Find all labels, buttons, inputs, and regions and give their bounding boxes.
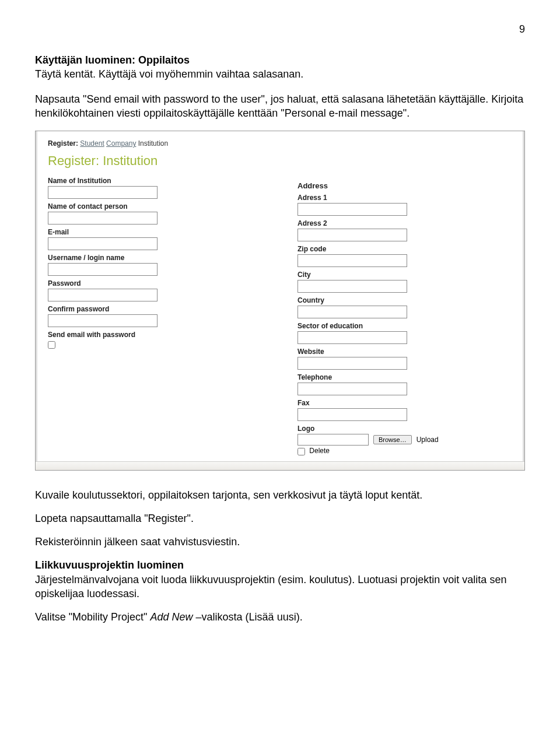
register-nav-student[interactable]: Student (80, 139, 104, 148)
label-address: Address (298, 181, 512, 190)
label-email: E-mail (48, 228, 262, 236)
after-para-5-ital: Add New (150, 611, 193, 623)
label-country: Country (298, 296, 512, 304)
register-nav: Register: Student Company Institution (48, 139, 512, 148)
label-logo: Logo (298, 425, 512, 433)
label-sector: Sector of education (298, 322, 512, 330)
form-left-column: Name of Institution Name of contact pers… (48, 177, 262, 458)
input-city[interactable] (298, 280, 407, 293)
upload-label[interactable]: Upload (416, 436, 439, 444)
input-contact-person[interactable] (48, 212, 158, 225)
label-address1: Adress 1 (298, 194, 512, 202)
after-para-5: Valitse "Mobility Project" Add New –vali… (35, 610, 525, 624)
register-heading: Register: Institution (48, 153, 512, 169)
label-city: City (298, 271, 512, 279)
input-name-institution[interactable] (48, 186, 158, 199)
after-para-1: Kuvaile koulutussektori, oppilaitoksen t… (35, 488, 525, 502)
after-para-3: Rekisteröinnin jälkeen saat vahvistusvie… (35, 535, 525, 549)
form-screenshot: Register: Student Company Institution Re… (35, 131, 525, 470)
label-delete: Delete (309, 447, 330, 455)
intro-line: Täytä kentät. Käyttäjä voi myöhemmin vai… (35, 68, 303, 80)
checkbox-send-email[interactable] (48, 341, 55, 349)
input-website[interactable] (298, 357, 407, 370)
label-username: Username / login name (48, 254, 262, 262)
label-contact-person: Name of contact person (48, 202, 262, 211)
label-password: Password (48, 279, 262, 287)
label-confirm-password: Confirm password (48, 305, 262, 313)
after-para-2: Lopeta napsauttamalla "Register". (35, 511, 525, 525)
browser-status-bar (36, 461, 524, 470)
after-para-4-title: Liikkuvuusprojektin luominen (35, 559, 184, 571)
label-name-institution: Name of Institution (48, 177, 262, 185)
input-confirm-password[interactable] (48, 314, 158, 327)
label-telephone: Telephone (298, 373, 512, 381)
input-telephone[interactable] (298, 383, 407, 395)
paragraph-2: Napsauta "Send email with password to th… (35, 92, 525, 121)
browse-button[interactable]: Browse… (373, 435, 412, 444)
input-username[interactable] (48, 263, 158, 276)
register-nav-label: Register: (48, 139, 78, 148)
register-nav-company[interactable]: Company (106, 139, 136, 148)
input-logo-file[interactable] (298, 434, 369, 446)
checkbox-delete-logo[interactable] (298, 448, 305, 455)
input-zip[interactable] (298, 254, 407, 267)
after-para-5a: Valitse "Mobility Project" (35, 611, 150, 623)
input-password[interactable] (48, 289, 158, 301)
input-fax[interactable] (298, 408, 407, 421)
register-nav-institution: Institution (138, 139, 168, 148)
intro-block: Käyttäjän luominen: Oppilaitos Täytä ken… (35, 53, 525, 82)
label-fax: Fax (298, 399, 512, 407)
after-para-5b: –valikosta (Lisää uusi). (193, 611, 303, 623)
after-para-4-body: Järjestelmänvalvojana voit luoda liikkuv… (35, 574, 506, 599)
page-number: 9 (35, 23, 525, 36)
label-zip: Zip code (298, 245, 512, 253)
after-para-4: Liikkuvuusprojektin luominen Järjestelmä… (35, 558, 525, 601)
input-address2[interactable] (298, 229, 407, 241)
input-country[interactable] (298, 306, 407, 318)
input-sector[interactable] (298, 331, 407, 344)
form-right-column: Address Adress 1 Adress 2 Zip code C (298, 177, 512, 458)
section-title: Käyttäjän luominen: Oppilaitos (35, 54, 190, 66)
label-website: Website (298, 348, 512, 356)
input-email[interactable] (48, 237, 158, 250)
label-send-email: Send email with password (48, 331, 262, 339)
input-address1[interactable] (298, 203, 407, 216)
label-address2: Adress 2 (298, 219, 512, 227)
